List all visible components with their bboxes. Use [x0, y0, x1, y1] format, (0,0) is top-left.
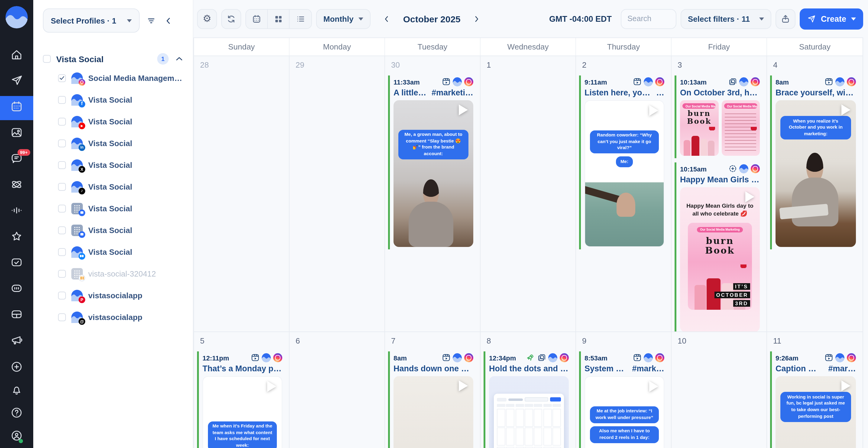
calendar-cell[interactable]: 29:11amListen here, you little……Random c…	[576, 56, 672, 332]
profile-row[interactable]: Vista Social	[43, 198, 184, 219]
post-card[interactable]: 8amBrace yourself, winter is…When you re…	[770, 75, 858, 249]
sidebar-item-layout[interactable]	[0, 303, 33, 328]
post-thumbnail[interactable]: Happy Mean Girls day to all who celebrat…	[680, 187, 760, 332]
profile-checkbox[interactable]	[58, 161, 66, 169]
calendar-cell[interactable]: 1	[480, 56, 576, 332]
profile-checkbox[interactable]	[58, 74, 66, 82]
list-view-button[interactable]	[289, 9, 311, 28]
post-thumbnail[interactable]: Me when it’s Friday and the team asks me…	[203, 376, 282, 448]
profile-row[interactable]: Vista Social	[43, 89, 184, 110]
sidebar-item-home[interactable]	[0, 44, 33, 68]
sidebar-item-bell[interactable]	[0, 379, 33, 402]
profile-row[interactable]: Vista Social	[43, 154, 184, 176]
filters-dropdown[interactable]: Select filters · 11	[681, 9, 771, 29]
calendar-cell[interactable]: 512:11pmThat’s a Monday proble…Me when i…	[194, 332, 289, 448]
collapse-group-button[interactable]	[174, 54, 184, 64]
profile-checkbox[interactable]	[58, 248, 66, 256]
grid-view-button[interactable]	[268, 9, 289, 28]
calendar-cell[interactable]: 119:26amCaption 😐👍#mar…Working in social…	[767, 332, 863, 448]
sidebar-item-report[interactable]	[0, 277, 33, 302]
profile-row[interactable]: vistasocialapp	[43, 306, 184, 328]
calendar-cell[interactable]: 78amHands down one of the…	[385, 332, 480, 448]
post-card[interactable]: 8:53amSystem error#mark…Me at the job in…	[579, 351, 667, 448]
vista-social-avatar	[453, 353, 462, 362]
profile-checkbox[interactable]	[58, 139, 66, 147]
profile-row[interactable]: Vista Social	[43, 132, 184, 154]
profile-row[interactable]: Vista Social	[43, 241, 184, 263]
calendar-cell[interactable]: 3011:33amA little BTS#marketi…Me, a grow…	[385, 56, 480, 332]
filter-profiles-button[interactable]	[146, 15, 157, 26]
profile-row[interactable]: Vista Social	[43, 219, 184, 241]
sidebar-item-waveform[interactable]	[0, 200, 33, 224]
profile-row[interactable]: vista-social-320412	[43, 263, 184, 284]
sidebar-item-help[interactable]	[0, 402, 33, 425]
post-card[interactable]: 8amHands down one of the…	[388, 351, 476, 448]
profile-checkbox[interactable]	[58, 183, 66, 191]
post-thumbnail[interactable]: Working in social is super fun, bc legal…	[776, 376, 856, 448]
calendar-cell[interactable]: 310:13amOn October 3rd, he ask…Our Socia…	[672, 56, 767, 332]
calendar-cell[interactable]: 6	[289, 332, 385, 448]
profile-avatar	[71, 181, 83, 192]
sidebar-item-network[interactable]	[0, 174, 33, 198]
sidebar-item-check-square[interactable]	[0, 251, 33, 276]
post-thumbnail[interactable]	[394, 376, 473, 448]
calendar-cell[interactable]: 98:53amSystem error#mark…Me at the job i…	[576, 332, 672, 448]
profile-group-row[interactable]: Vista Social 1	[43, 53, 184, 65]
waveform-icon	[10, 204, 23, 219]
reels-icon	[251, 353, 259, 362]
collapse-panel-button[interactable]	[163, 15, 174, 26]
select-profiles-dropdown[interactable]: Select Profiles · 1	[43, 8, 140, 33]
profile-checkbox[interactable]	[58, 226, 66, 234]
post-time: 8am	[394, 354, 407, 361]
profile-row[interactable]: vistasocialapp	[43, 284, 184, 306]
post-card[interactable]: 12:11pmThat’s a Monday proble…Me when it…	[197, 351, 285, 448]
profile-row[interactable]: Vista Social	[43, 176, 184, 198]
sidebar-item-chat[interactable]: 99+	[0, 148, 33, 172]
profile-row[interactable]: Social Media Managem…	[43, 67, 184, 89]
calendar-cell[interactable]: 10	[672, 332, 767, 448]
calendar-cell[interactable]: 29	[289, 56, 385, 332]
group-checkbox[interactable]	[43, 55, 51, 63]
post-card[interactable]: 12:34pmHold the dots and scrol…	[484, 351, 571, 448]
export-button[interactable]	[776, 9, 796, 29]
sidebar-item-megaphone[interactable]	[0, 330, 33, 353]
sidebar-item-star[interactable]	[0, 226, 33, 250]
create-button[interactable]: Create	[800, 8, 863, 29]
post-thumbnail[interactable]: When you realize it’s October and you wo…	[776, 100, 856, 247]
sidebar-item-image[interactable]	[0, 122, 33, 146]
refresh-button[interactable]	[221, 9, 241, 29]
next-month-button[interactable]	[470, 11, 484, 27]
post-thumbnail[interactable]	[489, 376, 569, 448]
sidebar-item-send[interactable]	[0, 70, 33, 94]
profile-checkbox[interactable]	[58, 313, 66, 321]
profile-checkbox[interactable]	[58, 270, 66, 277]
calendar-cell[interactable]: 28	[194, 56, 289, 332]
google-business-badge-icon	[79, 231, 85, 238]
settings-button[interactable]: ⚙	[197, 9, 217, 29]
sidebar-item-calendar[interactable]	[0, 96, 33, 120]
profile-checkbox[interactable]	[58, 117, 66, 125]
profile-checkbox[interactable]	[58, 204, 66, 212]
post-thumbnail[interactable]: Our Social Media Marketingburn BookOur S…	[680, 100, 760, 156]
post-card[interactable]: 10:13amOn October 3rd, he ask…Our Social…	[675, 75, 762, 158]
post-card[interactable]: 9:26amCaption 😐👍#mar…Working in social i…	[770, 351, 858, 448]
post-thumbnail[interactable]: Random coworker: “Why can’t you just mak…	[585, 100, 664, 247]
sidebar-item-plus[interactable]	[0, 356, 33, 379]
profile-checkbox[interactable]	[58, 291, 66, 299]
post-icons	[441, 77, 473, 87]
sidebar-item-user[interactable]	[0, 425, 33, 448]
post-card[interactable]: 9:11amListen here, you little……Random co…	[579, 75, 667, 249]
post-card[interactable]: 11:33amA little BTS#marketi…Me, a grown …	[388, 75, 476, 249]
chevron-down-icon	[851, 17, 856, 20]
calendar-view-button[interactable]	[246, 9, 268, 28]
period-dropdown[interactable]: Monthly	[316, 9, 371, 29]
post-card[interactable]: 10:15amHappy Mean Girls day t…Happy Mean…	[675, 163, 762, 332]
calendar-cell[interactable]: 812:34pmHold the dots and scrol…	[480, 332, 576, 448]
search-input[interactable]	[621, 9, 676, 29]
profile-checkbox[interactable]	[58, 96, 66, 104]
profile-row[interactable]: Vista Social	[43, 110, 184, 132]
calendar-cell[interactable]: 48amBrace yourself, winter is…When you r…	[767, 56, 863, 332]
post-thumbnail[interactable]: Me, a grown man, about to comment “Slay …	[394, 100, 473, 247]
previous-month-button[interactable]	[380, 11, 394, 27]
post-thumbnail[interactable]: Me at the job interview: “I work well un…	[585, 376, 664, 448]
